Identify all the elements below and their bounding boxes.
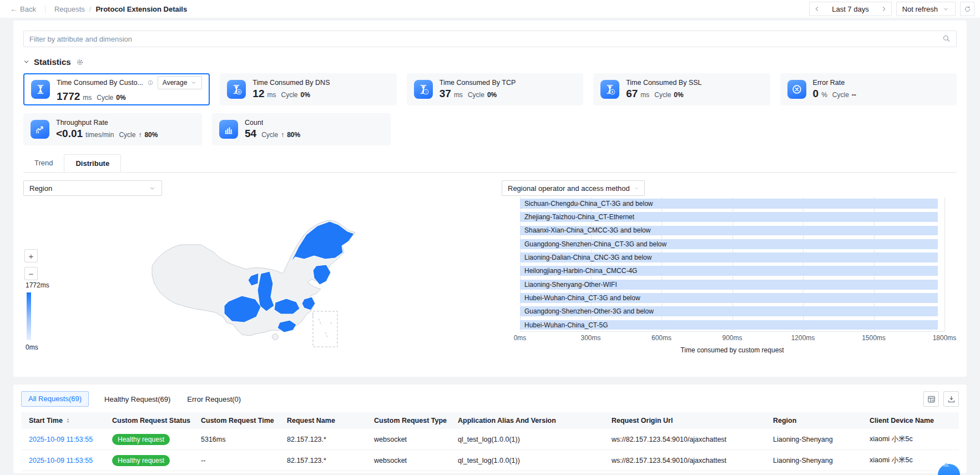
table-cell-status: Healthy request [104,455,193,466]
bar[interactable]: Guangdong-Shenzhen-Other-3G and below [520,306,938,316]
bar[interactable]: Hubei-Wuhan-China_CT-3G and below [520,293,938,303]
stat-cards-row-1: Time Consumed By Custo...Average1772msCy… [23,73,957,105]
chevron-down-icon [634,185,639,192]
bar-chart-section: Regional operator and access method Sich… [499,180,957,367]
bar[interactable]: Sichuan-Chengdu-China_CT-3G and below [520,199,938,209]
bar[interactable]: Shaanxi-Xian-China_CMCC-3G and below [520,226,938,236]
stat-card-title: Count [245,119,263,127]
china-map[interactable] [140,208,362,350]
bar-row: Hubei-Wuhan-China_CT-5G [520,319,944,332]
trend-up-icon [31,120,49,139]
bar[interactable]: Liaoning-Shenyang-Other-WIFI [520,280,938,290]
china-map-zone: + − 1772ms 0ms [23,200,499,367]
cycle-label: Cycle [468,91,484,99]
stat-card-unit: ms [267,91,276,99]
region-dimension-select[interactable]: Region [23,180,162,196]
info-icon[interactable] [147,79,154,87]
bar-row: Guangdong-Shenzhen-China_CT-3G and below [520,238,944,251]
refresh-icon [963,5,972,13]
bar[interactable]: Hubei-Wuhan-China_CT-5G [520,320,938,330]
bar[interactable]: Zhejiang-Taizhou-China_CT-Ethernet [520,212,938,222]
column-header: Custom Request Time [193,417,279,425]
stat-card-tcp[interactable]: Time Consumed By TCP37msCycle0% [407,73,583,105]
start-time-link[interactable]: 2025-10-09 11:53:55 [29,436,93,443]
cycle-label: Cycle [261,131,278,139]
bar[interactable]: Guangdong-Shenzhen-China_CT-3G and below [520,239,938,249]
bar-row: Shaanxi-Xian-China_CMCC-3G and below [520,224,944,238]
bar-category-label: Shaanxi-Xian-China_CMCC-3G and below [520,226,650,234]
tab-trend[interactable]: Trend [23,154,64,172]
table-tab[interactable]: Error Request(0) [186,395,242,403]
stat-card-custom[interactable]: Time Consumed By Custo...Average1772msCy… [23,73,210,105]
map-zoom-in-button[interactable]: + [24,249,38,262]
hourglass-ssl-icon [600,80,619,99]
x-axis-tick: 1800ms [933,334,957,342]
bar-category-label: Liaoning-Dalian-China_CNC-3G and below [520,254,651,261]
tab-distribute[interactable]: Distribute [64,154,121,172]
operator-select-label: Regional operator and access method [508,184,630,193]
table-cell-name: 82.157.123.* [279,457,366,464]
stat-card-dns[interactable]: Time Consumed By DNS12msCycle0% [220,73,396,105]
app-root: ← Back Requests / Protocol Extension Det… [0,0,980,475]
table-cell-origin_url: ws://82.157.123.54:9010/ajaxchattest [604,436,765,443]
filter-input[interactable] [23,31,957,47]
download-button[interactable] [943,391,959,407]
back-label: Back [20,5,36,13]
x-axis-tick: 300ms [580,334,600,342]
stat-cards-row-2: Throughput Rate<0.01times/minCycle↑80%Co… [23,113,957,145]
start-time-link[interactable]: 2025-10-09 11:53:55 [29,457,93,464]
back-arrow-icon: ← [10,5,17,13]
hourglass-dns-icon [227,80,246,99]
refresh-button[interactable] [960,2,974,16]
trend-up-icon: ↑ [138,131,142,139]
statistics-settings-gear-icon[interactable] [75,58,84,67]
stat-card-value: 67 [626,88,638,100]
map-zoom-out-button[interactable]: − [24,267,38,280]
range-next-button[interactable] [877,2,891,16]
table-cell-app_alias: ql_test_log(1.0.0(1)) [450,457,604,464]
stat-card-unit: ms [454,91,463,99]
province-liaoning[interactable] [313,265,331,285]
stat-card-ssl[interactable]: Time Consumed By SSL67msCycle0% [593,73,770,105]
x-axis-tick: 1500ms [862,334,886,342]
stat-card-value: 37 [440,88,451,100]
cycle-value: 0% [116,94,125,102]
search-icon[interactable] [942,34,951,46]
x-axis-tick: 0ms [514,334,527,342]
gridline [944,197,945,331]
stat-card-unit: ms [83,94,92,102]
table-tab[interactable]: All Requests(69) [21,391,89,407]
breadcrumb-requests[interactable]: Requests [54,5,85,13]
stat-card-title: Time Consumed By Custo... [57,79,143,87]
table-cell-name: 82.157.123.* [279,436,366,443]
cycle-value: 80% [287,131,300,139]
cycle-value: 0% [487,91,497,99]
column-settings-button[interactable] [923,391,939,407]
time-range-picker: Last 7 days [809,2,892,16]
range-prev-button[interactable] [810,2,824,16]
stat-card-value: 1772 [57,90,80,103]
column-settings-icon [927,395,936,404]
column-header[interactable]: Start Time [21,417,104,425]
collapse-chevron-icon[interactable] [23,59,29,65]
operator-dimension-select[interactable]: Regional operator and access method [502,180,645,196]
divider [45,5,46,13]
cycle-value: -- [852,91,856,99]
bar-row: Guangdong-Shenzhen-Other-3G and below [520,305,944,318]
stat-card-throughput[interactable]: Throughput Rate<0.01times/minCycle↑80% [23,113,202,145]
stat-card-count[interactable]: Count54Cycle↑80% [212,113,391,145]
map-color-legend: 1772ms 0ms [26,281,49,351]
table-tab[interactable]: Healthy Request(69) [103,395,171,403]
stat-card-title: Throughput Rate [56,119,108,127]
back-button[interactable]: ← Back [10,5,36,13]
aggregation-select[interactable]: Average [158,76,202,89]
table-cell-region: Liaoning-Shenyang [765,436,862,443]
table-cell-time: -- [193,457,279,464]
stat-card-error-rate[interactable]: Error Rate0%Cycle-- [780,73,957,105]
horizontal-bar-chart: Sichuan-Chengdu-China_CT-3G and belowZhe… [520,197,944,354]
bar[interactable]: Liaoning-Dalian-China_CNC-3G and below [520,252,938,262]
bar[interactable]: Heilongjiang-Harbin-China_CMCC-4G [520,266,938,276]
refresh-mode-select[interactable]: Not refresh [896,2,956,16]
stat-card-value: 0 [813,88,819,100]
time-range-label[interactable]: Last 7 days [824,5,877,13]
